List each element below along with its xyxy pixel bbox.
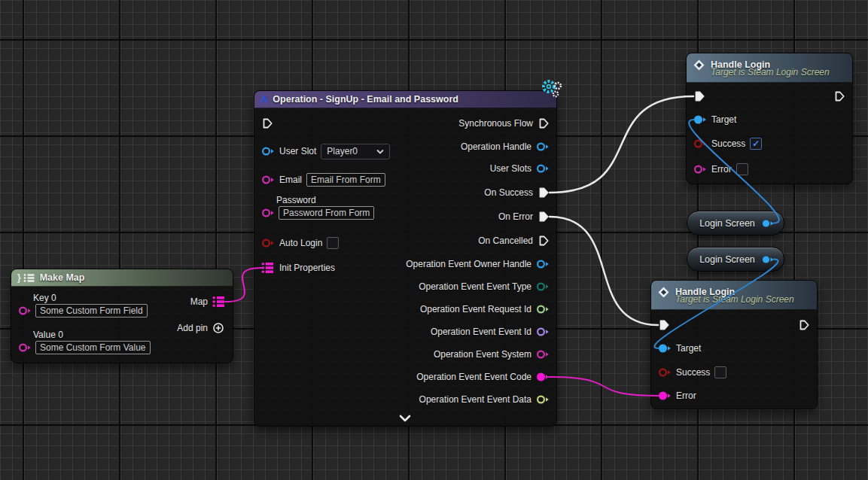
operation-handle-pin[interactable] [536, 141, 550, 152]
exec-in-pin[interactable] [261, 117, 273, 129]
accelbyte-logo-icon: Λ [260, 94, 267, 105]
event-type-pin[interactable] [536, 281, 550, 292]
init-properties-pin[interactable] [261, 263, 275, 273]
pin-label: Error [676, 390, 696, 401]
pin-label: Operation Event System [434, 349, 531, 360]
event-id-pin[interactable] [536, 327, 550, 337]
on-success-pin[interactable] [538, 187, 550, 199]
request-id-pin[interactable] [536, 304, 550, 314]
add-pin-icon[interactable] [212, 323, 226, 333]
user-slot-pin[interactable] [261, 146, 275, 156]
pin-row-system: Operation Event System [434, 347, 550, 362]
node-title: Make Map [40, 272, 85, 283]
pin-row-init-properties: Init Properties [261, 260, 335, 275]
pin-row-add-pin: Add pin [177, 321, 226, 336]
wire-operation-on_error-to-handle_login_2-exec_in[interactable] [550, 217, 658, 325]
node-make-map-header[interactable]: } Make Map [11, 269, 233, 287]
key-0-pin[interactable] [18, 305, 32, 316]
pin-label: Auto Login [279, 238, 322, 248]
pin-row-email: EmailEmail From Form [261, 172, 385, 187]
chevron-down-icon[interactable] [399, 415, 411, 422]
node-handle-login-header[interactable]: Handle Login Target is Steam Login Scree… [687, 53, 852, 83]
text-input[interactable]: Some Custom Form Field [35, 304, 148, 317]
node-handle-login-header[interactable]: Handle Login Target is Steam Login Scree… [651, 281, 817, 310]
pin-label: Synchronous Flow [458, 118, 533, 129]
pin-label: On Error [498, 211, 533, 222]
user-slots-pin[interactable] [536, 163, 550, 174]
pin-label: Operation Event Event Id [431, 327, 531, 337]
node-make-map[interactable]: } Make Map Key 0Some Custom Form FieldVa… [11, 269, 233, 363]
node-subtitle: Target is Steam Login Screen [711, 67, 846, 77]
success-pin[interactable] [658, 367, 672, 378]
success-pin[interactable] [693, 138, 707, 149]
owner-handle-pin[interactable] [536, 259, 550, 269]
wire-operation-event_code-to-handle_login_2-error[interactable] [549, 377, 659, 396]
exec-out-pin[interactable] [833, 90, 845, 102]
pin-row-key-0: Key 0Some Custom Form Field [18, 293, 148, 317]
checkbox[interactable] [736, 163, 748, 175]
pin-label: Operation Event Request Id [420, 304, 531, 314]
checkbox[interactable]: ✓ [750, 138, 762, 150]
pin-row-sync-flow: Synchronous Flow [458, 116, 550, 131]
system-pin[interactable] [536, 349, 550, 360]
event-data-pin[interactable] [536, 394, 550, 405]
pin-label: Target [676, 343, 701, 354]
checkbox[interactable] [327, 237, 339, 249]
on-cancelled-pin[interactable] [538, 235, 550, 247]
error-pin[interactable] [693, 164, 707, 175]
pin-label: On Cancelled [478, 235, 533, 246]
event-code-pin[interactable] [536, 372, 550, 382]
pin-row-event-type: Operation Event Event Type [419, 279, 550, 294]
pin-label: Success [711, 138, 745, 149]
wire-operation-on_success-to-handle_login_1-exec_in[interactable] [550, 96, 693, 193]
pin-row-on-cancelled: On Cancelled [478, 233, 550, 248]
pin-row-user-slot: User SlotPlayer0 [261, 144, 390, 159]
text-input[interactable]: Password From Form [279, 206, 374, 220]
pin-label: User Slot [279, 146, 316, 156]
target-pin[interactable] [693, 114, 707, 125]
pin-label: User Slots [490, 163, 531, 174]
pin-row-password: PasswordPassword From Form [261, 195, 374, 220]
text-input[interactable]: Email From Form [306, 173, 385, 187]
exec-in-pin[interactable] [693, 90, 705, 102]
pin-row-exec-in [693, 89, 705, 104]
pin-label: Operation Event Event Code [416, 372, 531, 382]
text-input[interactable]: Some Custom Form Value [35, 341, 151, 354]
variable-node-login-screen[interactable]: Login Screen [687, 247, 784, 272]
error-pin[interactable] [658, 390, 672, 401]
pin-row-event-code: Operation Event Event Code [416, 369, 550, 384]
pin-row-operation-handle: Operation Handle [461, 139, 550, 154]
login-screen-output-pin[interactable] [761, 218, 775, 228]
auto-login-pin[interactable] [261, 238, 275, 248]
make-map-list-icon [23, 273, 35, 283]
sync-flow-pin[interactable] [538, 117, 550, 129]
node-operation-header[interactable]: Λ Operation - SignUp - Email and Passwor… [254, 91, 556, 108]
pin-row-request-id: Operation Event Request Id [420, 302, 550, 317]
pin-label: Operation Event Event Data [419, 394, 531, 405]
value-0-pin[interactable] [18, 342, 32, 353]
node-handle-login-bottom[interactable]: Handle Login Target is Steam Login Scree… [650, 280, 818, 409]
pin-row-success: Success [658, 365, 726, 380]
on-error-pin[interactable] [538, 211, 550, 223]
exec-out-pin[interactable] [798, 319, 810, 331]
node-operation-signup[interactable]: Λ Operation - SignUp - Email and Passwor… [254, 90, 557, 427]
password-pin[interactable] [261, 208, 275, 218]
checkbox[interactable] [714, 366, 726, 378]
exec-in-pin[interactable] [658, 319, 670, 331]
map-pin[interactable] [212, 296, 226, 307]
user-slot-dropdown[interactable]: Player0 [321, 144, 390, 159]
pin-row-target: Target [658, 341, 701, 356]
variable-node-login-screen[interactable]: Login Screen [687, 211, 784, 235]
email-pin[interactable] [261, 175, 275, 185]
pin-row-auto-login: Auto Login [261, 235, 339, 251]
pin-row-owner-handle: Operation Event Owner Handle [406, 257, 550, 272]
pin-row-on-success: On Success [484, 185, 550, 200]
blueprint-graph-canvas[interactable]: Λ Operation - SignUp - Email and Passwor… [0, 0, 868, 480]
pin-row-on-error: On Error [498, 209, 550, 224]
pin-row-exec-in [261, 116, 273, 131]
node-handle-login-top[interactable]: Handle Login Target is Steam Login Scree… [686, 53, 853, 184]
login-screen-output-pin[interactable] [761, 254, 775, 264]
target-pin[interactable] [658, 343, 672, 354]
function-diamond-icon [657, 286, 670, 299]
pin-label: On Success [484, 187, 533, 198]
